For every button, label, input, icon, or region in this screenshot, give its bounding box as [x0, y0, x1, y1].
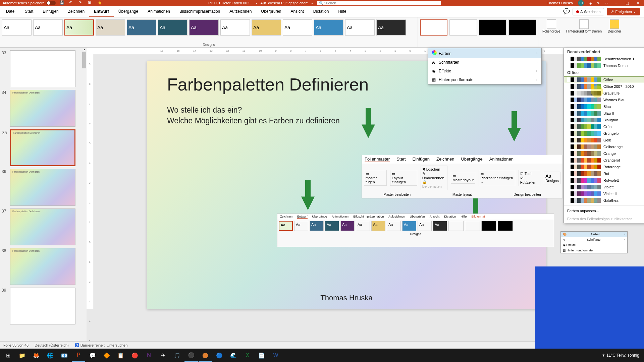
accessibility-button[interactable]: ♿ Barrierefreiheit: Untersuchen	[75, 343, 128, 347]
color-scheme-item[interactable]: Orange	[564, 150, 644, 157]
menu-tab-einfügen[interactable]: Einfügen	[38, 6, 63, 17]
color-scheme-item[interactable]: Violett II	[564, 190, 644, 197]
touch-icon[interactable]: 👆	[97, 0, 103, 6]
themes-gallery[interactable]: Aa Aa Aa Aa Aa Aa Aa Aa Aa Aa Aa Aa Aa D…	[0, 17, 418, 47]
slide-thumbnail[interactable]: 39	[10, 288, 75, 324]
close-button[interactable]: ✕	[635, 1, 641, 5]
color-scheme-item[interactable]: Thomas Demo	[564, 62, 644, 69]
app-icon[interactable]: 🎵	[170, 349, 184, 362]
maximize-button[interactable]: ▢	[624, 1, 630, 5]
dropdown-bgformats[interactable]: ▦Hintergrundformate›	[428, 75, 541, 84]
theme-item[interactable]: Aa	[314, 19, 343, 36]
color-scheme-item[interactable]: Gelborange	[564, 143, 644, 150]
color-scheme-item[interactable]: Galathea	[564, 197, 644, 204]
slide-body[interactable]: Wo stelle ich das ein? Welche Möglichkei…	[167, 105, 526, 126]
menu-tab-zeichnen[interactable]: Zeichnen	[63, 6, 89, 17]
chrome-icon[interactable]: 🌐	[44, 349, 57, 362]
outlook-icon[interactable]: 📧	[58, 349, 71, 362]
dropdown-effects[interactable]: ◉Effekte›	[428, 67, 541, 75]
undo-icon[interactable]: ↶	[69, 0, 74, 6]
designer-button[interactable]: Designer	[608, 19, 621, 45]
format-background-button[interactable]: Hintergrund formatieren	[566, 19, 602, 45]
present-icon[interactable]: ▣	[88, 0, 93, 6]
theme-item[interactable]: Aa	[220, 19, 250, 36]
color-scheme-item[interactable]: Gelb	[564, 137, 644, 143]
telegram-icon[interactable]: ✈	[156, 349, 170, 362]
dropdown-colors[interactable]: Farben›	[428, 48, 541, 58]
app-icon[interactable]: 🔴	[128, 349, 142, 362]
firefox-icon[interactable]: 🦊	[30, 349, 43, 362]
slide-thumbnail[interactable]: 38Farbenpaletten Definieren	[10, 248, 75, 285]
slide-canvas[interactable]: Farbenpaletten Definieren Wo stelle ich …	[147, 61, 546, 309]
color-scheme-item[interactable]: Rot	[564, 170, 644, 177]
color-scheme-item[interactable]: Rotorange	[564, 164, 644, 170]
variant-item[interactable]	[508, 19, 536, 36]
slide-panel-scrollbar[interactable]: ▴	[82, 48, 87, 346]
explorer-icon[interactable]: 📁	[15, 349, 29, 362]
slide-thumbnail[interactable]: 37Farbenpaletten Definieren	[10, 208, 75, 245]
record-button[interactable]: Aufzeichnen	[573, 8, 604, 15]
menu-tab-hilfe[interactable]: Hilfe	[333, 6, 351, 17]
menu-tab-ansicht[interactable]: Ansicht	[286, 6, 308, 17]
comments-icon[interactable]: 💬	[563, 8, 570, 15]
app-icon[interactable]: 🔵	[213, 349, 226, 362]
edge-icon[interactable]: 🌊	[227, 349, 240, 362]
user-name[interactable]: Thomas Hruska	[547, 1, 573, 5]
color-scheme-item[interactable]: Rotviolett	[564, 177, 644, 184]
weather-widget[interactable]: ☀ 11°C Teilw. sonnig	[602, 353, 639, 358]
color-scheme-item[interactable]: Benutzerdefiniert 1	[564, 56, 644, 62]
color-scheme-item[interactable]: Blau	[564, 103, 644, 110]
slide-thumbnail[interactable]: 36Farbenpaletten Definieren	[10, 169, 75, 206]
window-icon[interactable]: ▭	[605, 1, 608, 5]
menu-tab-datei[interactable]: Datei	[1, 6, 20, 17]
record-icon[interactable]: ⬤	[199, 349, 212, 362]
variant-item[interactable]	[420, 19, 447, 36]
variant-item[interactable]	[449, 19, 477, 36]
slide-counter[interactable]: Folie 35 von 46	[3, 343, 29, 347]
menu-tab-dictation[interactable]: Dictation	[309, 6, 334, 17]
menu-tab-bildschirmpräsentation[interactable]: Bildschirmpräsentation	[175, 6, 225, 17]
slide-thumbnail[interactable]: 35Farbenpaletten Definieren	[10, 129, 75, 166]
color-scheme-item[interactable]: Grün	[564, 123, 644, 130]
minimize-button[interactable]: ─	[613, 1, 619, 5]
color-scheme-item[interactable]: Office 2007 - 2010	[564, 83, 644, 90]
color-scheme-item[interactable]: Graustufe	[564, 90, 644, 97]
start-button[interactable]: ⊞	[1, 349, 15, 362]
app-icon[interactable]: 💬	[86, 349, 99, 362]
color-scheme-item[interactable]: Orangerot	[564, 157, 644, 164]
theme-item[interactable]: Aa	[2, 19, 32, 36]
theme-item[interactable]: Aa	[252, 19, 281, 36]
theme-item[interactable]: Aa	[283, 19, 312, 36]
color-scheme-item[interactable]: Grüngelb	[564, 130, 644, 137]
powerpoint-icon[interactable]: P	[72, 349, 85, 362]
search-input[interactable]: 🔍 Suchen	[317, 1, 441, 5]
theme-item[interactable]: Aa	[127, 19, 156, 36]
diamond-icon[interactable]: ◈	[589, 1, 592, 5]
slide-thumbnail[interactable]: 33	[10, 50, 75, 87]
theme-item[interactable]: Aa	[345, 19, 375, 36]
variant-item[interactable]	[479, 19, 506, 36]
theme-item[interactable]: Aa	[158, 19, 187, 36]
autosave-toggle[interactable]: Automatisches Speichern	[3, 1, 56, 5]
excel-icon[interactable]: X	[241, 349, 254, 362]
customize-colors-button[interactable]: Farben anpassen...	[564, 207, 644, 215]
share-button[interactable]: ↗Freigeben⌄	[607, 8, 640, 15]
color-scheme-item[interactable]: Office	[564, 76, 644, 83]
redo-icon[interactable]: ↷	[78, 0, 84, 6]
theme-item[interactable]: Aa	[33, 19, 63, 36]
menu-tab-animationen[interactable]: Animationen	[143, 6, 175, 17]
menu-tab-übergänge[interactable]: Übergänge	[114, 6, 143, 17]
slide-size-button[interactable]: Foliengröße	[542, 19, 560, 45]
color-scheme-item[interactable]: Violett	[564, 184, 644, 190]
user-avatar[interactable]: TH	[578, 0, 584, 6]
obs-icon[interactable]: ⚫	[184, 349, 198, 362]
theme-item-selected[interactable]: Aa	[64, 19, 94, 36]
vlc-icon[interactable]: 🔶	[100, 349, 113, 362]
theme-item[interactable]: Aa	[96, 19, 125, 36]
color-scheme-item[interactable]: Warmes Blau	[564, 97, 644, 103]
menu-tab-aufzeichnen[interactable]: Aufzeichnen	[225, 6, 256, 17]
variants-gallery[interactable]	[418, 17, 538, 47]
dropdown-fonts[interactable]: ASchriftarten›	[428, 58, 541, 67]
theme-item[interactable]: Aa	[189, 19, 219, 36]
slide-thumbnail[interactable]: 34Farbenpaletten Definieren	[10, 90, 75, 127]
